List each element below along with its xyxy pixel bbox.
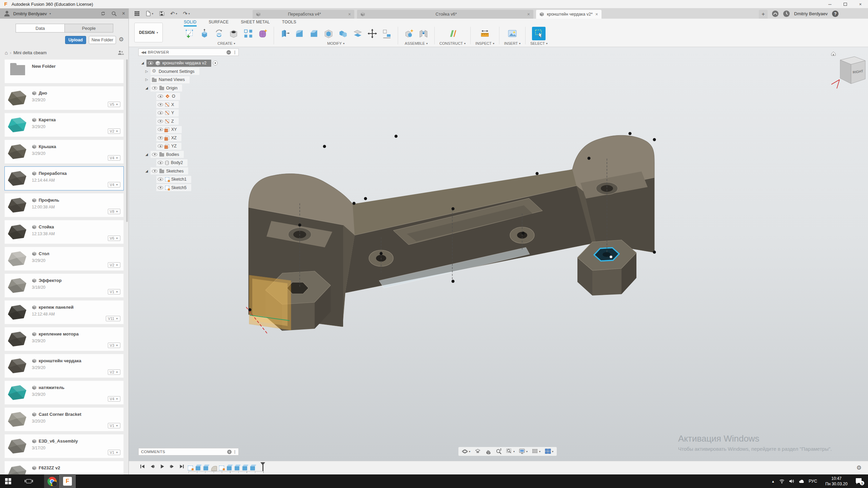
folder-card[interactable]: New Folder [4,59,124,83]
revolve-button[interactable] [213,27,225,40]
browser-row[interactable]: X [156,101,179,109]
version-badge[interactable]: V1▼ [108,423,120,428]
file-card[interactable]: Каретка 3/29/20 V2▼ [4,113,124,137]
fillet-button[interactable] [293,27,305,40]
workspace-selector[interactable]: DESIGN▾ [134,23,163,42]
construct-plane-button[interactable] [447,27,459,40]
select-tool-button[interactable] [532,27,546,40]
look-at-button[interactable] [475,448,481,454]
ribbon-tab[interactable]: SOLID [184,20,197,26]
close-tab-icon[interactable]: × [595,12,598,17]
version-badge[interactable]: V6▼ [108,236,120,241]
go-to-start-button[interactable] [140,464,145,469]
version-badge[interactable]: V4▼ [108,182,120,187]
browser-row[interactable]: Bodies [144,150,184,159]
new-document-tab-button[interactable]: + [759,10,768,19]
assemble-group-label[interactable]: ASSEMBLE▾ [405,41,428,45]
upload-button[interactable]: Upload [65,36,86,44]
toggle-data-panel-button[interactable] [134,11,140,16]
project-members-icon[interactable] [118,50,124,55]
search-icon[interactable] [111,11,117,16]
chamfer-button[interactable] [308,27,320,40]
file-card[interactable]: Переработка 12:14:44 AM V4▼ [4,166,124,190]
visibility-eye-icon[interactable] [152,153,157,156]
undo-button[interactable]: ↶▾ [170,11,177,17]
shell-button[interactable] [322,27,335,40]
inspect-group-label[interactable]: INSPECT▾ [475,41,494,45]
sync-icon[interactable] [100,11,106,16]
minimize-button[interactable]: ─ [822,0,837,8]
redo-button[interactable]: ↷▾ [183,11,190,17]
version-badge[interactable]: V2▼ [108,128,120,134]
grid-settings-button[interactable]: ▾ [532,448,540,454]
help-icon[interactable] [832,10,839,17]
project-name[interactable]: Mini delta cbeam [13,50,46,55]
timeline-feature-icon[interactable] [218,464,225,471]
version-badge[interactable]: V5▼ [108,102,120,107]
new-component-button[interactable] [403,27,415,40]
ribbon-tab[interactable]: TOOLS [282,20,296,26]
visibility-eye-icon[interactable] [158,111,163,115]
timeline-feature-icon[interactable] [195,464,202,471]
drag-grip-icon[interactable]: ∥ [234,449,236,454]
expander-icon[interactable] [144,67,149,76]
file-card[interactable]: Эффектор 3/18/20 V1▼ [4,273,124,298]
visibility-eye-icon[interactable] [148,61,153,65]
create-group-label[interactable]: CREATE▾ [218,41,235,45]
offset-face-button[interactable] [352,27,364,40]
fit-button[interactable]: ▾ [506,448,515,454]
visibility-eye-icon[interactable] [158,144,163,148]
timeline-playhead[interactable] [260,462,265,471]
hole-button[interactable] [228,27,240,40]
file-card[interactable]: Cast Corner Bracket 3/20/20 V1▼ [4,407,124,431]
view-cube[interactable]: RIGHT [830,50,868,92]
press-pull-button[interactable] [279,27,291,40]
browser-row[interactable]: Sketches [144,167,188,175]
start-button[interactable] [0,474,16,488]
save-button[interactable] [159,11,164,16]
modify-group-label[interactable]: MODIFY▾ [327,41,344,45]
activate-component-radio[interactable] [213,61,218,65]
visibility-eye-icon[interactable] [158,128,163,131]
display-settings-button[interactable]: ▾ [519,448,528,454]
home-icon[interactable]: ⌂ [5,50,8,56]
file-card[interactable]: F623ZZ v2 ▼ [4,461,124,474]
move-copy-button[interactable] [366,27,378,40]
panel-settings-gear-icon[interactable]: ⚙ [119,36,124,43]
taskbar-fusion-button[interactable]: F [60,474,75,488]
visibility-eye-icon[interactable] [158,186,163,189]
tray-expand-icon[interactable]: ▲ [771,480,775,483]
align-button[interactable] [381,27,393,40]
insert-group-label[interactable]: INSERT▾ [504,41,520,45]
expander-icon[interactable] [144,150,149,159]
browser-header[interactable]: ◀◀ BROWSER ∥ [138,48,239,56]
file-card[interactable]: крепеж панелей 12:12:48 AM V11▼ [4,300,124,324]
clock[interactable]: 10:47 Пн 30.03.20 [822,476,851,487]
account-name[interactable]: Dmitriy Berdyaev [794,11,828,16]
collapse-panel-icon[interactable]: ◀◀ [141,50,145,55]
document-tab[interactable]: Стойка v6* × [357,10,533,19]
tab-people[interactable]: People [64,24,113,33]
browser-root-document[interactable]: ◢ кронштейн чердака v2 [140,59,218,67]
file-card[interactable]: Крышка 3/29/20 V4▼ [4,140,124,164]
browser-row[interactable]: Body2 [156,159,188,167]
timeline-feature-icon[interactable] [211,464,217,471]
orbit-button[interactable]: ▾ [462,448,470,454]
insert-image-button[interactable] [506,27,518,40]
browser-row[interactable]: XY [156,125,182,134]
drag-grip-icon[interactable]: ∥ [234,50,236,55]
visibility-eye-icon[interactable] [158,178,163,181]
new-folder-button[interactable]: New Folder [89,36,116,44]
browser-row[interactable]: YZ [156,142,181,150]
viewcube-home-icon[interactable] [831,52,835,56]
file-card[interactable]: Профиль 12:00:38 AM V8▼ [4,193,124,217]
close-button[interactable]: × [853,0,868,8]
step-forward-button[interactable] [169,464,175,469]
visibility-eye-icon[interactable] [158,161,163,164]
task-view-button[interactable] [21,474,37,488]
joint-button[interactable] [417,27,430,40]
measure-button[interactable] [479,27,491,40]
version-badge[interactable]: V2▼ [108,262,120,268]
version-badge[interactable]: V11▼ [106,316,120,321]
close-tab-icon[interactable]: × [348,12,351,17]
